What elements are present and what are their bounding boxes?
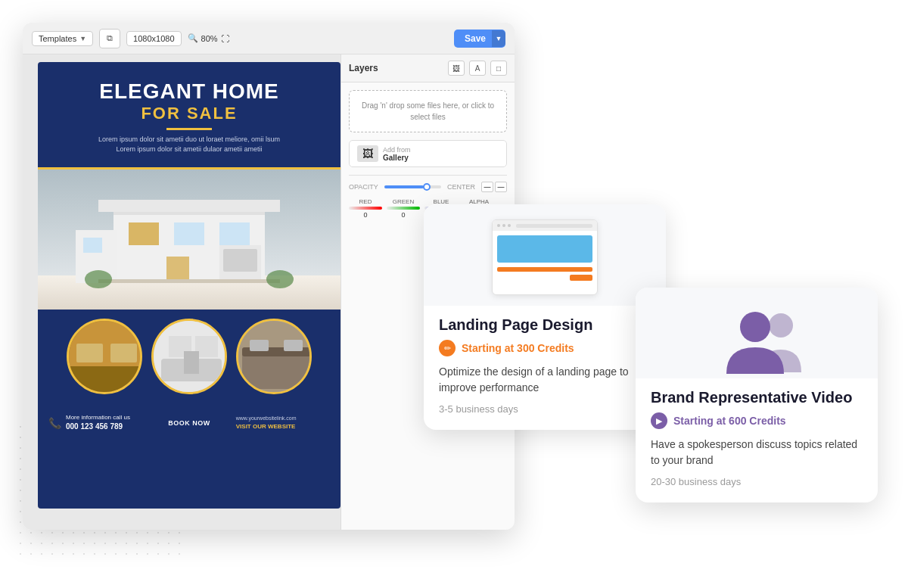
footer-website-section: www.yourwebsitelink.com VISIT OUR WEBSIT… bbox=[225, 403, 340, 443]
svg-point-30 bbox=[769, 313, 793, 338]
card-landing-content: Landing Page Design ✏ Starting at 300 Cr… bbox=[424, 306, 666, 430]
landing-page-mockup bbox=[492, 219, 598, 295]
layers-title: Layers bbox=[349, 63, 378, 73]
expand-icon: ⛶ bbox=[221, 34, 229, 43]
editor-toolbar: Templates ▼ ⧉ 1080x1080 🔍 80% ⛶ Save ▼ bbox=[23, 23, 515, 54]
layer-text-icon-btn[interactable]: A bbox=[469, 61, 486, 76]
flyer-house-image bbox=[38, 170, 340, 310]
brand-description: Have a spokesperson discuss topics relat… bbox=[651, 437, 863, 468]
lp-topbar bbox=[493, 220, 597, 231]
red-slider[interactable] bbox=[349, 207, 382, 210]
card-brand-content: Brand Representative Video ▶ Starting at… bbox=[636, 378, 878, 502]
card-brand-credits-row: ▶ Starting at 600 Credits bbox=[651, 412, 863, 429]
landing-delivery: 3-5 business days bbox=[439, 403, 651, 415]
flyer-circle-living bbox=[151, 319, 227, 394]
flyer-circles bbox=[38, 310, 340, 403]
svg-point-31 bbox=[740, 312, 770, 342]
gallery-thumb-icon: 🖼 bbox=[357, 145, 378, 162]
scene: Templates ▼ ⧉ 1080x1080 🔍 80% ⛶ Save ▼ bbox=[0, 0, 908, 588]
card-landing-page-design: Landing Page Design ✏ Starting at 300 Cr… bbox=[424, 204, 666, 430]
landing-description: Optimize the design of a landing page to… bbox=[439, 364, 651, 396]
flyer-desc: Lorem ipsum dolor sit ametii duo ut lora… bbox=[53, 135, 325, 155]
flyer-footer: 📞 More information call us 000 123 456 7… bbox=[38, 403, 340, 443]
opacity-slider[interactable] bbox=[384, 185, 441, 188]
svg-rect-4 bbox=[98, 200, 280, 212]
card-landing-preview bbox=[424, 204, 666, 306]
flyer-title: ELEGANT HOME bbox=[53, 80, 325, 104]
footer-contact-section: 📞 More information call us 000 123 456 7… bbox=[38, 403, 153, 443]
layer-add-icon-btn[interactable]: □ bbox=[490, 61, 507, 76]
layers-header: Layers 🖼 A □ bbox=[341, 54, 515, 82]
svg-rect-7 bbox=[219, 222, 250, 245]
upload-text: Drag 'n' drop some files here, or click … bbox=[362, 101, 494, 121]
card-brand-title: Brand Representative Video bbox=[651, 389, 863, 406]
landing-credits-text: Starting at 300 Credits bbox=[462, 342, 574, 354]
svg-rect-19 bbox=[110, 344, 137, 362]
svg-rect-17 bbox=[69, 366, 142, 394]
center-y-input[interactable]: — bbox=[495, 182, 507, 192]
center-label: CENTER bbox=[447, 183, 475, 191]
brand-credits-text: Starting at 600 Credits bbox=[673, 415, 786, 427]
card-brand-video: Brand Representative Video ▶ Starting at… bbox=[636, 288, 878, 502]
brand-delivery: 20-30 business days bbox=[651, 476, 863, 487]
opacity-thumb[interactable] bbox=[423, 183, 431, 191]
svg-rect-24 bbox=[184, 351, 199, 374]
svg-rect-13 bbox=[98, 279, 280, 283]
red-channel: RED 0 bbox=[349, 198, 382, 219]
center-x-input[interactable]: — bbox=[481, 182, 493, 192]
lp-orange-bar bbox=[497, 267, 592, 272]
search-icon: 🔍 bbox=[188, 33, 198, 43]
phone-icon: 📞 bbox=[48, 417, 61, 429]
svg-rect-5 bbox=[129, 222, 159, 245]
svg-point-15 bbox=[266, 270, 294, 288]
svg-rect-8 bbox=[166, 257, 189, 283]
layer-image-icon-btn[interactable]: 🖼 bbox=[448, 61, 465, 76]
flyer-circle-kitchen bbox=[67, 319, 142, 394]
layers-icon-buttons: 🖼 A □ bbox=[448, 61, 507, 76]
flyer: ELEGANT HOME FOR SALE Lorem ipsum dolor … bbox=[38, 62, 340, 509]
copy-icon-btn[interactable]: ⧉ bbox=[99, 29, 120, 48]
flyer-circle-bedroom bbox=[236, 319, 312, 394]
dimensions-display: 1080x1080 bbox=[126, 31, 181, 46]
zoom-controls: 🔍 80% ⛶ bbox=[188, 33, 229, 43]
footer-contact-text: More information call us 000 123 456 789 bbox=[66, 413, 130, 432]
credits-icon-landing: ✏ bbox=[439, 340, 456, 356]
canvas-area[interactable]: ELEGANT HOME FOR SALE Lorem ipsum dolor … bbox=[23, 54, 340, 530]
flyer-header: ELEGANT HOME FOR SALE Lorem ipsum dolor … bbox=[38, 62, 340, 170]
svg-rect-26 bbox=[242, 351, 310, 389]
save-label: Save bbox=[465, 33, 486, 44]
opacity-label: OPACITY bbox=[349, 183, 378, 191]
save-button[interactable]: Save ▼ bbox=[454, 30, 505, 48]
credits-icon-brand: ▶ bbox=[651, 412, 667, 429]
opacity-fill bbox=[384, 185, 424, 188]
upload-area[interactable]: Drag 'n' drop some files here, or click … bbox=[349, 90, 507, 132]
green-slider[interactable] bbox=[387, 207, 420, 210]
svg-rect-28 bbox=[250, 340, 269, 351]
chevron-down-icon: ▼ bbox=[79, 35, 86, 42]
svg-rect-12 bbox=[83, 238, 102, 253]
flyer-subtitle: FOR SALE bbox=[53, 104, 325, 123]
green-channel: GREEN 0 bbox=[387, 198, 420, 219]
templates-label: Templates bbox=[39, 34, 76, 43]
templates-dropdown[interactable]: Templates ▼ bbox=[32, 31, 93, 46]
lp-dot-1 bbox=[497, 224, 500, 227]
svg-rect-18 bbox=[76, 344, 103, 362]
footer-book-button[interactable]: BOOK NOW bbox=[153, 403, 225, 443]
svg-point-14 bbox=[85, 270, 112, 288]
card-brand-preview bbox=[636, 288, 878, 378]
save-caret-icon: ▼ bbox=[492, 30, 505, 47]
card-landing-credits-row: ✏ Starting at 300 Credits bbox=[439, 340, 651, 356]
lp-url-bar bbox=[516, 224, 592, 228]
add-gallery-button[interactable]: 🖼 Add from Gallery bbox=[349, 140, 507, 167]
lp-cta-btn bbox=[570, 275, 592, 281]
svg-rect-10 bbox=[223, 249, 257, 272]
flyer-underline bbox=[166, 128, 212, 130]
lp-dot-2 bbox=[502, 224, 505, 227]
avatar-group bbox=[719, 306, 794, 366]
lp-hero-area bbox=[497, 235, 592, 263]
zoom-value: 80% bbox=[201, 34, 218, 43]
footer-website-text: www.yourwebsitelink.com VISIT OUR WEBSIT… bbox=[236, 415, 297, 432]
svg-rect-6 bbox=[174, 222, 204, 245]
card-landing-title: Landing Page Design bbox=[439, 316, 651, 334]
svg-rect-29 bbox=[284, 340, 303, 351]
